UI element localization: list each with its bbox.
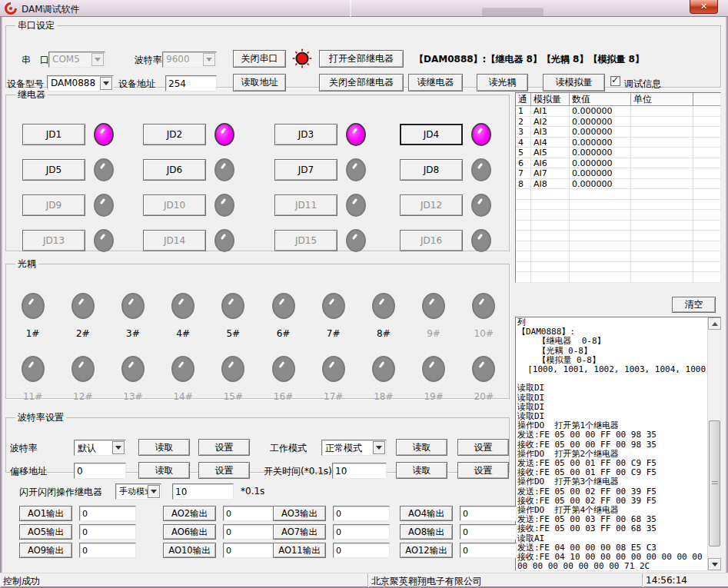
ao9-output-input[interactable] <box>79 543 136 558</box>
relay-jd2-lamp <box>214 123 234 146</box>
log-scrollbar[interactable] <box>707 317 720 570</box>
chevron-down-icon[interactable] <box>148 485 160 498</box>
close-port-button[interactable]: 关闭串口 <box>233 50 286 68</box>
relay-jd15-button[interactable]: JD15 <box>274 230 337 251</box>
table-row-empty <box>516 200 720 211</box>
grip-icon <box>712 481 718 486</box>
offset-set-button[interactable]: 设置 <box>198 462 250 479</box>
switch-time-set-button[interactable]: 设置 <box>457 462 509 479</box>
ao5-output-button[interactable]: AO5输出 <box>19 524 72 540</box>
analog-table-header: 通 模拟量 数值 单位 <box>516 93 720 106</box>
ao4-output-button[interactable]: AO4输出 <box>400 506 453 521</box>
relay-jd4-button[interactable]: JD4 <box>400 124 463 145</box>
work-mode-select[interactable]: 正常模式 <box>321 440 387 456</box>
relay-jd2-button[interactable]: JD2 <box>143 124 206 145</box>
ao-unit-10: AO10输出 <box>163 543 282 558</box>
ao5-output-input[interactable] <box>79 524 136 540</box>
relay-jd1-button[interactable]: JD1 <box>22 124 85 145</box>
baud-select[interactable]: 9600 <box>162 51 217 68</box>
ao-unit-2: AO2输出 <box>163 506 282 521</box>
ao-unit-11: AO11输出 <box>273 543 392 558</box>
table-row-empty <box>516 231 720 241</box>
ao1-output-button[interactable]: AO1输出 <box>19 506 72 521</box>
ao6-output-button[interactable]: AO6输出 <box>163 524 216 540</box>
switch-time-input[interactable] <box>332 463 387 479</box>
serial-group-label: 串口设定 <box>15 19 57 32</box>
ao3-output-button[interactable]: AO3输出 <box>273 506 326 521</box>
table-row: 5AI50.000000 <box>516 148 720 158</box>
switch-time-read-button[interactable]: 读取 <box>396 462 447 479</box>
table-row: 7AI70.000000 <box>516 168 720 179</box>
opto-10-lamp <box>472 293 495 319</box>
ao7-output-input[interactable] <box>333 524 390 540</box>
opto-9: 9# <box>422 293 445 339</box>
opto-16: 16# <box>272 356 295 402</box>
ao12-output-input[interactable] <box>460 543 517 558</box>
ao4-output-input[interactable] <box>460 506 517 521</box>
flash-mode-select[interactable]: 手动模式 <box>115 483 161 500</box>
titlebar-glass-smudge <box>482 8 544 17</box>
baud-set-button[interactable]: 设置 <box>198 439 250 456</box>
offset-read-button[interactable]: 读取 <box>138 462 190 479</box>
ao10-output-button[interactable]: AO10输出 <box>163 543 216 558</box>
offset-addr-input[interactable] <box>74 463 126 479</box>
read-analog-button[interactable]: 读模拟量 <box>543 74 605 91</box>
ao9-output-button[interactable]: AO9输出 <box>19 543 72 558</box>
opto-9-lamp <box>422 293 445 319</box>
ao11-output-input[interactable] <box>333 543 390 558</box>
clear-button[interactable]: 清空 <box>672 297 716 313</box>
ao12-output-button[interactable]: AO12输出 <box>400 543 453 558</box>
relay-unit-jd10: JD10 <box>143 194 237 217</box>
relay-jd5-button[interactable]: JD5 <box>22 159 85 181</box>
work-mode-label: 工作模式 <box>270 442 307 455</box>
relay-jd10-button[interactable]: JD10 <box>143 194 206 216</box>
close-button[interactable]: ✕ <box>690 0 718 14</box>
scrollbar-thumb[interactable] <box>709 420 720 546</box>
scroll-up-button[interactable] <box>708 317 721 330</box>
baud-default-select[interactable]: 默认 <box>74 440 126 456</box>
chevron-down-icon[interactable] <box>373 441 385 454</box>
chevron-down-icon[interactable] <box>203 53 215 66</box>
relay-jd13-button[interactable]: JD13 <box>22 230 85 251</box>
ao-unit-8: AO8输出 <box>400 524 519 540</box>
ao3-output-input[interactable] <box>333 506 390 521</box>
relay-jd7-button[interactable]: JD7 <box>274 159 337 181</box>
ao10-output-input[interactable] <box>223 543 280 558</box>
relay-jd14-button[interactable]: JD14 <box>143 230 206 251</box>
window-frame-left <box>0 17 2 588</box>
opto-14-lamp <box>171 356 194 382</box>
opto-4-lamp <box>171 293 194 319</box>
open-all-relays-button[interactable]: 打开全部继电器 <box>319 50 404 68</box>
relay-jd11-button[interactable]: JD11 <box>274 194 337 216</box>
opto-2: 2# <box>71 293 95 339</box>
table-row: 1AI10.000000 <box>516 106 720 117</box>
chevron-down-icon[interactable] <box>112 441 125 454</box>
baud-read-button[interactable]: 读取 <box>138 439 190 456</box>
ao8-output-input[interactable] <box>460 524 517 540</box>
com-port-select[interactable]: COM5 <box>48 51 105 68</box>
col-unit: 单位 <box>631 93 693 105</box>
ao11-output-button[interactable]: AO11输出 <box>273 543 326 558</box>
relay-jd6-button[interactable]: JD6 <box>143 159 206 181</box>
ao1-output-input[interactable] <box>79 506 136 521</box>
ao2-output-button[interactable]: AO2输出 <box>163 506 216 521</box>
flash-time-input[interactable] <box>172 483 234 500</box>
work-mode-read-button[interactable]: 读取 <box>396 439 447 456</box>
table-row-empty <box>516 221 720 231</box>
table-row-empty <box>516 210 720 221</box>
relay-jd9-button[interactable]: JD9 <box>22 194 85 216</box>
debug-info-checkbox[interactable] <box>610 76 620 86</box>
ao6-output-input[interactable] <box>223 524 280 540</box>
work-mode-set-button[interactable]: 设置 <box>457 439 509 456</box>
relay-jd12-button[interactable]: JD12 <box>400 194 463 216</box>
ao7-output-button[interactable]: AO7输出 <box>273 524 326 540</box>
relay-jd3-button[interactable]: JD3 <box>274 124 337 145</box>
ao8-output-button[interactable]: AO8输出 <box>400 524 453 540</box>
chevron-down-icon[interactable] <box>91 53 104 66</box>
ao2-output-input[interactable] <box>223 506 280 521</box>
relay-jd8-button[interactable]: JD8 <box>400 159 463 181</box>
scroll-down-button[interactable] <box>708 558 721 570</box>
relay-jd16-button[interactable]: JD16 <box>400 230 463 251</box>
opto-3: 3# <box>121 293 145 339</box>
offset-addr-label: 偏移地址 <box>10 465 47 478</box>
